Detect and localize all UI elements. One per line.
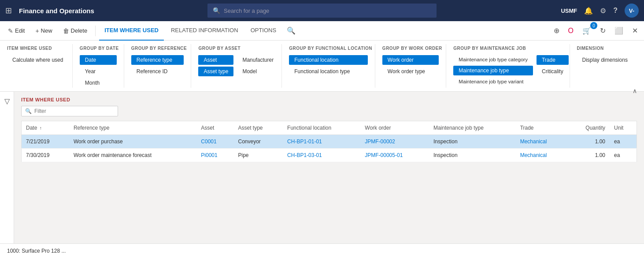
cell-quantity: 1.00 — [568, 135, 610, 149]
toolbar-section-group-by-maintenance-job: GROUP BY MAINTENANCE JOB Maintenance job… — [446, 44, 570, 88]
tab-options[interactable]: OPTIONS — [245, 21, 282, 41]
cell-trade: Mechanical — [516, 149, 568, 162]
cell-quantity: 1.00 — [568, 149, 610, 162]
manufacturer-button[interactable]: Manufacturer — [237, 55, 279, 65]
user-org-label: USMF — [561, 7, 577, 14]
grid-icon[interactable]: ⊞ — [5, 6, 12, 15]
edit-button[interactable]: ✎ Edit — [4, 25, 29, 37]
search-ribbon-icon[interactable]: 🔍 — [287, 26, 296, 35]
criticality-button[interactable]: Criticality — [537, 67, 569, 76]
cell-date: 7/21/2019 — [22, 135, 69, 149]
delete-button[interactable]: 🗑 Delete — [59, 25, 92, 37]
cell-maintenance-job-type: Inspection — [429, 135, 516, 149]
section-header-dimension: DIMENSION — [577, 46, 630, 51]
table-row[interactable]: 7/21/2019 Work order purchase C0001 Conv… — [22, 135, 637, 149]
office-icon-button[interactable]: O — [566, 25, 576, 37]
cell-date: 7/30/2019 — [22, 149, 69, 162]
section-header-group-by-maintenance-job: GROUP BY MAINTENANCE JOB — [453, 46, 562, 51]
asset-type-button[interactable]: Asset type — [198, 67, 233, 76]
filter-icon: ▽ — [4, 97, 10, 105]
reference-type-button[interactable]: Reference type — [131, 55, 184, 65]
maint-job-type-button[interactable]: Maintenance job type — [453, 66, 533, 75]
filter-search-icon: 🔍 — [25, 108, 32, 114]
trade-button[interactable]: Trade — [537, 55, 569, 65]
maint-job-type-variant-button[interactable]: Maintenance job type variant — [453, 77, 533, 86]
model-button[interactable]: Model — [237, 67, 279, 76]
col-quantity: Quantity — [568, 121, 610, 135]
maint-job-type-category-button[interactable]: Maintenance job type category — [453, 55, 533, 64]
calculate-where-used-button[interactable]: Calculate where used — [7, 55, 65, 65]
cell-reference-type: Work order purchase — [69, 135, 196, 149]
status-bar: 1000: Surface Pro 128 ... — [0, 243, 644, 254]
cell-reference-type: Work order maintenance forecast — [69, 149, 196, 162]
toolbar-section-dimension: DIMENSION Display dimensions — [570, 44, 637, 88]
top-navigation: ⊞ Finance and Operations 🔍 USMF 🔔 ⚙ ? V- — [0, 0, 644, 21]
col-date[interactable]: Date ↑ — [22, 121, 69, 135]
refresh-icon-button[interactable]: ↻ — [597, 25, 608, 37]
maximize-icon-button[interactable]: ⬜ — [612, 25, 626, 37]
asset-button[interactable]: Asset — [198, 55, 233, 65]
functional-location-button[interactable]: Functional location — [289, 55, 368, 65]
functional-location-type-button[interactable]: Functional location type — [289, 67, 368, 76]
close-icon-button[interactable]: ✕ — [629, 25, 640, 37]
month-button[interactable]: Month — [80, 78, 117, 88]
cell-trade: Mechanical — [516, 135, 568, 149]
cell-asset: C0001 — [196, 135, 233, 149]
table-header: Date ↑ Reference type Asset Asset type F… — [22, 121, 637, 135]
cell-work-order: JPMF-00002 — [360, 135, 429, 149]
ribbon-right-actions: ⊕ O 🛒 0 ↻ ⬜ ✕ — [551, 25, 640, 37]
bell-icon[interactable]: 🔔 — [584, 7, 593, 15]
col-unit: Unit — [610, 121, 637, 135]
cell-functional-location: CH-BP1-01-01 — [283, 135, 360, 149]
toolbar-section-group-by-date: GROUP BY DATE Date Year Month — [73, 44, 124, 88]
display-dimensions-button[interactable]: Display dimensions — [577, 55, 630, 65]
col-maintenance-job-type: Maintenance job type — [429, 121, 516, 135]
avatar[interactable]: V- — [625, 4, 639, 18]
ribbon: ✎ Edit + New 🗑 Delete ITEM WHERE USED RE… — [0, 21, 644, 41]
col-work-order: Work order — [360, 121, 429, 135]
col-asset: Asset — [196, 121, 233, 135]
tab-item-where-used[interactable]: ITEM WHERE USED — [99, 21, 164, 41]
cell-asset: Pi0001 — [196, 149, 233, 162]
search-input[interactable] — [224, 7, 431, 14]
cell-unit: ea — [610, 135, 637, 149]
cell-asset-type: Conveyor — [234, 135, 283, 149]
section-header-item-where-used: ITEM WHERE USED — [7, 46, 65, 51]
pin-icon-button[interactable]: ⊕ — [551, 25, 562, 37]
new-icon: + — [35, 27, 39, 34]
gear-icon[interactable]: ⚙ — [600, 7, 606, 15]
work-order-button[interactable]: Work order — [382, 55, 439, 65]
data-table: Date ↑ Reference type Asset Asset type F… — [21, 121, 637, 162]
col-functional-location: Functional location — [283, 121, 360, 135]
search-bar: 🔍 — [207, 4, 437, 18]
toolbar-section-item-where-used: ITEM WHERE USED Calculate where used — [7, 44, 73, 88]
section-header-group-by-date: GROUP BY DATE — [80, 46, 117, 51]
toolbar-section-group-by-reference: GROUP BY REFERENCE Reference type Refere… — [124, 44, 192, 88]
year-button[interactable]: Year — [80, 67, 117, 76]
help-icon[interactable]: ? — [613, 7, 618, 15]
col-asset-type: Asset type — [234, 121, 283, 135]
date-button[interactable]: Date — [80, 55, 117, 65]
nav-right-actions: USMF 🔔 ⚙ ? V- — [561, 4, 639, 18]
cell-functional-location: CH-BP1-03-01 — [283, 149, 360, 162]
table-row[interactable]: 7/30/2019 Work order maintenance forecas… — [22, 149, 637, 162]
cell-work-order: JPMF-00005-01 — [360, 149, 429, 162]
main-content: ▽ ITEM WHERE USED 🔍 Date ↑ Reference typ… — [0, 92, 644, 243]
section-header-group-by-asset: GROUP BY ASSET — [198, 46, 274, 51]
new-button[interactable]: + New — [31, 25, 56, 37]
content-area: ITEM WHERE USED 🔍 Date ↑ Reference type … — [14, 92, 644, 243]
cell-unit: ea — [610, 149, 637, 162]
tab-related-information[interactable]: RELATED INFORMATION — [166, 21, 244, 41]
content-section-label: ITEM WHERE USED — [21, 97, 637, 102]
delete-icon: 🗑 — [63, 27, 69, 34]
search-icon: 🔍 — [213, 7, 220, 14]
filter-bar: 🔍 — [21, 106, 118, 116]
cart-badge: 0 — [590, 22, 597, 29]
col-trade: Trade — [516, 121, 568, 135]
panel-collapse-button[interactable]: ∧ — [633, 87, 637, 94]
work-order-type-button[interactable]: Work order type — [382, 67, 439, 76]
sidebar-filter[interactable]: ▽ — [0, 92, 14, 243]
filter-input[interactable] — [34, 108, 114, 114]
reference-id-button[interactable]: Reference ID — [131, 67, 184, 76]
section-header-group-by-reference: GROUP BY REFERENCE — [131, 46, 184, 51]
